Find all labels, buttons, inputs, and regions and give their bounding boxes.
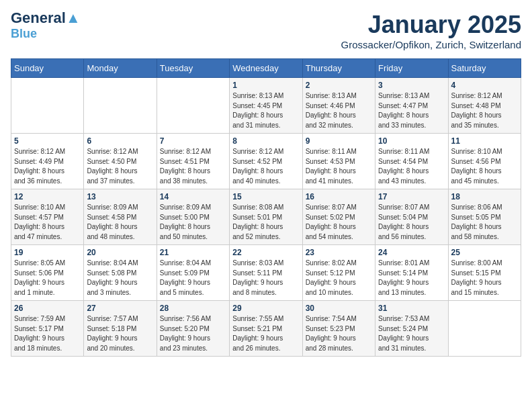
day-info: Sunrise: 8:12 AM Sunset: 4:50 PM Dayligh…: [87, 147, 153, 186]
calendar-cell: 1Sunrise: 8:13 AM Sunset: 4:45 PM Daylig…: [230, 78, 302, 134]
day-number: 5: [14, 136, 81, 146]
day-number: 7: [160, 136, 226, 146]
day-number: 3: [378, 81, 445, 90]
day-info: Sunrise: 7:55 AM Sunset: 5:21 PM Dayligh…: [232, 314, 299, 353]
day-number: 19: [14, 248, 81, 257]
day-number: 16: [306, 192, 372, 201]
calendar-cell: 7Sunrise: 8:12 AM Sunset: 4:51 PM Daylig…: [157, 134, 229, 189]
day-number: 25: [451, 248, 518, 257]
col-header-saturday: Saturday: [448, 59, 521, 78]
day-info: Sunrise: 8:01 AM Sunset: 5:14 PM Dayligh…: [378, 259, 445, 298]
calendar-cell: [84, 78, 157, 134]
day-info: Sunrise: 8:04 AM Sunset: 5:09 PM Dayligh…: [160, 259, 226, 298]
calendar-cell: 14Sunrise: 8:09 AM Sunset: 5:00 PM Dayli…: [157, 189, 229, 245]
calendar-cell: 12Sunrise: 8:10 AM Sunset: 4:57 PM Dayli…: [11, 189, 84, 245]
day-number: 2: [306, 81, 372, 90]
calendar-cell: 10Sunrise: 8:11 AM Sunset: 4:54 PM Dayli…: [375, 134, 448, 189]
day-info: Sunrise: 8:12 AM Sunset: 4:48 PM Dayligh…: [451, 91, 518, 130]
col-header-thursday: Thursday: [302, 59, 375, 78]
col-header-monday: Monday: [84, 59, 157, 78]
day-info: Sunrise: 8:07 AM Sunset: 5:04 PM Dayligh…: [378, 203, 445, 242]
day-info: Sunrise: 8:12 AM Sunset: 4:51 PM Dayligh…: [160, 147, 226, 186]
calendar-cell: 17Sunrise: 8:07 AM Sunset: 5:04 PM Dayli…: [375, 189, 448, 245]
calendar-cell: 21Sunrise: 8:04 AM Sunset: 5:09 PM Dayli…: [157, 245, 229, 301]
day-number: 6: [87, 136, 153, 146]
calendar-cell: 5Sunrise: 8:12 AM Sunset: 4:49 PM Daylig…: [11, 134, 84, 189]
calendar-table: SundayMondayTuesdayWednesdayThursdayFrid…: [11, 58, 521, 357]
calendar-cell: 23Sunrise: 8:02 AM Sunset: 5:12 PM Dayli…: [302, 245, 375, 301]
day-number: 27: [87, 304, 153, 313]
day-info: Sunrise: 7:57 AM Sunset: 5:18 PM Dayligh…: [87, 314, 153, 353]
day-info: Sunrise: 8:07 AM Sunset: 5:02 PM Dayligh…: [306, 203, 372, 242]
calendar-cell: 4Sunrise: 8:12 AM Sunset: 4:48 PM Daylig…: [448, 78, 521, 134]
day-info: Sunrise: 8:13 AM Sunset: 4:45 PM Dayligh…: [232, 91, 299, 130]
day-info: Sunrise: 8:10 AM Sunset: 4:57 PM Dayligh…: [14, 203, 81, 242]
day-info: Sunrise: 8:10 AM Sunset: 4:56 PM Dayligh…: [451, 147, 518, 186]
col-header-wednesday: Wednesday: [230, 59, 302, 78]
page-header: General▲ Blue January 2025 Grossacker/Op…: [11, 11, 521, 50]
calendar-cell: [448, 301, 521, 357]
day-number: 21: [160, 248, 226, 257]
title-block: January 2025 Grossacker/Opfikon, Zurich,…: [341, 11, 521, 50]
day-info: Sunrise: 8:06 AM Sunset: 5:05 PM Dayligh…: [451, 203, 518, 242]
day-number: 28: [160, 304, 226, 313]
calendar-cell: 16Sunrise: 8:07 AM Sunset: 5:02 PM Dayli…: [302, 189, 375, 245]
day-info: Sunrise: 8:12 AM Sunset: 4:49 PM Dayligh…: [14, 147, 81, 186]
calendar-cell: 6Sunrise: 8:12 AM Sunset: 4:50 PM Daylig…: [84, 134, 157, 189]
calendar-cell: 11Sunrise: 8:10 AM Sunset: 4:56 PM Dayli…: [448, 134, 521, 189]
day-info: Sunrise: 8:03 AM Sunset: 5:11 PM Dayligh…: [232, 259, 299, 298]
day-info: Sunrise: 8:13 AM Sunset: 4:46 PM Dayligh…: [306, 91, 372, 130]
calendar-cell: 29Sunrise: 7:55 AM Sunset: 5:21 PM Dayli…: [230, 301, 302, 357]
col-header-friday: Friday: [375, 59, 448, 78]
calendar-cell: 15Sunrise: 8:08 AM Sunset: 5:01 PM Dayli…: [230, 189, 302, 245]
day-info: Sunrise: 8:09 AM Sunset: 5:00 PM Dayligh…: [160, 203, 226, 242]
col-header-tuesday: Tuesday: [157, 59, 229, 78]
day-info: Sunrise: 8:11 AM Sunset: 4:54 PM Dayligh…: [378, 147, 445, 186]
calendar-cell: 25Sunrise: 8:00 AM Sunset: 5:15 PM Dayli…: [448, 245, 521, 301]
day-number: 13: [87, 192, 153, 201]
day-info: Sunrise: 7:53 AM Sunset: 5:24 PM Dayligh…: [378, 314, 445, 353]
col-header-sunday: Sunday: [11, 59, 84, 78]
day-number: 10: [378, 136, 445, 146]
day-number: 8: [232, 136, 299, 146]
calendar-cell: 28Sunrise: 7:56 AM Sunset: 5:20 PM Dayli…: [157, 301, 229, 357]
calendar-cell: 3Sunrise: 8:13 AM Sunset: 4:47 PM Daylig…: [375, 78, 448, 134]
logo-text: General▲ Blue: [11, 11, 81, 40]
day-number: 30: [306, 304, 372, 313]
day-number: 4: [451, 81, 518, 90]
calendar-cell: 13Sunrise: 8:09 AM Sunset: 4:58 PM Dayli…: [84, 189, 157, 245]
day-number: 24: [378, 248, 445, 257]
day-number: 29: [232, 304, 299, 313]
calendar-cell: 24Sunrise: 8:01 AM Sunset: 5:14 PM Dayli…: [375, 245, 448, 301]
location: Grossacker/Opfikon, Zurich, Switzerland: [341, 39, 521, 50]
day-info: Sunrise: 8:00 AM Sunset: 5:15 PM Dayligh…: [451, 259, 518, 298]
calendar-cell: 2Sunrise: 8:13 AM Sunset: 4:46 PM Daylig…: [302, 78, 375, 134]
day-info: Sunrise: 8:05 AM Sunset: 5:06 PM Dayligh…: [14, 259, 81, 298]
day-info: Sunrise: 8:08 AM Sunset: 5:01 PM Dayligh…: [232, 203, 299, 242]
day-number: 11: [451, 136, 518, 146]
day-number: 15: [232, 192, 299, 201]
day-number: 17: [378, 192, 445, 201]
calendar-cell: 19Sunrise: 8:05 AM Sunset: 5:06 PM Dayli…: [11, 245, 84, 301]
calendar-cell: 26Sunrise: 7:59 AM Sunset: 5:17 PM Dayli…: [11, 301, 84, 357]
calendar-cell: 9Sunrise: 8:11 AM Sunset: 4:53 PM Daylig…: [302, 134, 375, 189]
month-title: January 2025: [341, 11, 521, 39]
calendar-cell: 31Sunrise: 7:53 AM Sunset: 5:24 PM Dayli…: [375, 301, 448, 357]
day-number: 1: [232, 81, 299, 90]
calendar-cell: 20Sunrise: 8:04 AM Sunset: 5:08 PM Dayli…: [84, 245, 157, 301]
day-number: 31: [378, 304, 445, 313]
day-info: Sunrise: 7:59 AM Sunset: 5:17 PM Dayligh…: [14, 314, 81, 353]
day-info: Sunrise: 7:54 AM Sunset: 5:23 PM Dayligh…: [306, 314, 372, 353]
calendar-cell: 22Sunrise: 8:03 AM Sunset: 5:11 PM Dayli…: [230, 245, 302, 301]
calendar-cell: 27Sunrise: 7:57 AM Sunset: 5:18 PM Dayli…: [84, 301, 157, 357]
day-info: Sunrise: 8:04 AM Sunset: 5:08 PM Dayligh…: [87, 259, 153, 298]
calendar-cell: 18Sunrise: 8:06 AM Sunset: 5:05 PM Dayli…: [448, 189, 521, 245]
day-info: Sunrise: 8:12 AM Sunset: 4:52 PM Dayligh…: [232, 147, 299, 186]
day-number: 14: [160, 192, 226, 201]
calendar-cell: [11, 78, 84, 134]
day-number: 23: [306, 248, 372, 257]
day-number: 26: [14, 304, 81, 313]
day-number: 20: [87, 248, 153, 257]
day-number: 12: [14, 192, 81, 201]
day-number: 22: [232, 248, 299, 257]
